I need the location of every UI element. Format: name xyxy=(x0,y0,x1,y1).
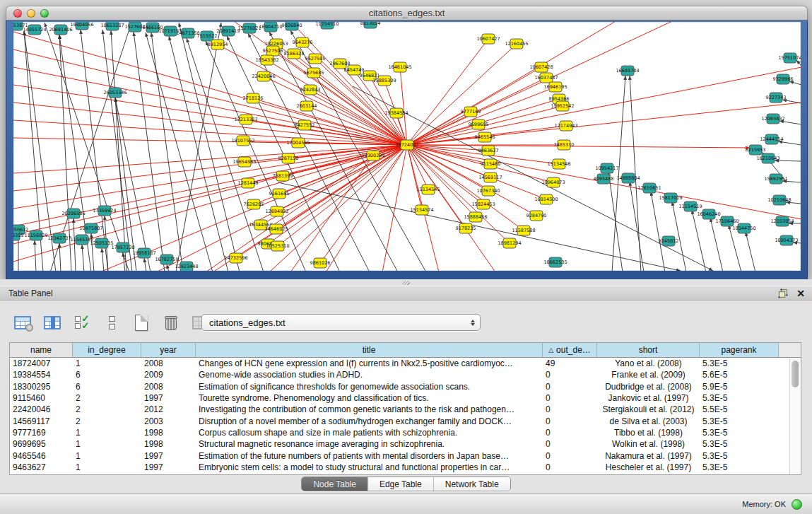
zoom-window-button[interactable] xyxy=(40,9,49,18)
graph-node[interactable]: 17106460 xyxy=(715,216,739,226)
column-header-year[interactable]: year xyxy=(141,343,196,357)
graph-node[interactable]: 9861026 xyxy=(310,258,331,268)
new-document-icon[interactable] xyxy=(131,313,151,332)
graph-node[interactable]: 8267150 xyxy=(278,153,299,163)
graph-node[interactable]: 10975887 xyxy=(79,223,102,233)
table-row[interactable]: 2242004622012Investigating the contribut… xyxy=(10,404,801,415)
graph-node[interactable]: 18543382 xyxy=(255,55,278,65)
table-row[interactable]: 1456911722003Disruption of a novel membe… xyxy=(10,415,801,426)
close-window-button[interactable] xyxy=(13,9,22,18)
graph-node[interactable]: 19958187 xyxy=(132,248,155,258)
graph-node[interactable]: 10653287 xyxy=(100,22,124,30)
graph-node[interactable]: 5675685 xyxy=(304,68,324,78)
graph-node[interactable]: 7485310 xyxy=(554,140,575,150)
table-settings-icon[interactable] xyxy=(13,313,33,332)
tab-node-table[interactable]: Node Table xyxy=(302,477,368,491)
table-row[interactable]: 946362711997Embryonic stem cells: a mode… xyxy=(10,462,801,473)
graph-node[interactable]: 9242843 xyxy=(300,85,321,95)
citation-network-graph[interactable]: 2055387114055724206914061940405610653287… xyxy=(13,22,801,271)
panel-divider[interactable] xyxy=(0,279,812,286)
graph-node[interactable]: 10210648 xyxy=(767,195,791,205)
graph-node[interactable]: 17359924 xyxy=(93,206,116,216)
graph-node[interactable]: 18544750 xyxy=(732,223,755,233)
graph-node[interactable]: 9806840 xyxy=(282,22,302,30)
graph-node[interactable]: 10662535 xyxy=(543,257,567,267)
column-header-name[interactable]: name xyxy=(10,343,73,357)
graph-node[interactable]: 16046240 xyxy=(697,209,720,219)
table-row[interactable]: 1872400712008Changes of HCN gene express… xyxy=(10,358,801,369)
graph-node[interactable]: 4095488 xyxy=(594,174,614,184)
graph-node[interactable]: 11154519 xyxy=(678,201,702,211)
graph-node[interactable]: 16904710 xyxy=(259,22,282,32)
graph-node[interactable]: 18107552 xyxy=(231,136,254,146)
graph-node[interactable]: 7626205 xyxy=(244,199,264,209)
trash-icon[interactable] xyxy=(161,313,181,332)
graph-node[interactable]: 10767340 xyxy=(476,186,500,196)
graph-node[interactable]: 15134574 xyxy=(410,205,433,215)
graph-node[interactable]: 15134545 xyxy=(416,185,440,194)
table-row[interactable]: 911546021997Tourette syndrome. Phenomeno… xyxy=(10,392,801,404)
graph-node[interactable]: 8186328 xyxy=(284,49,305,59)
graph-node[interactable]: 12160455 xyxy=(505,39,528,49)
graph-node[interactable]: 12103054 xyxy=(770,216,794,226)
graph-node[interactable]: 11587588 xyxy=(512,226,535,235)
graph-node[interactable]: 9227343 xyxy=(766,93,787,103)
stacked-boxes-icon[interactable] xyxy=(102,313,122,332)
graph-node[interactable]: 11254510 xyxy=(315,22,339,29)
tab-network-table[interactable]: Network Table xyxy=(434,477,510,491)
table-row[interactable]: 1830029562008Estimation of significance … xyxy=(10,381,801,392)
graph-node[interactable]: 15276021 xyxy=(237,23,261,33)
scrollbar-thumb[interactable] xyxy=(792,361,799,387)
graph-node[interactable]: 10607427 xyxy=(476,34,500,44)
table-row[interactable]: 977716911998Corpus callosum shape and si… xyxy=(10,427,801,438)
divider-grip-icon[interactable] xyxy=(402,281,410,285)
graph-node[interactable]: 19654985 xyxy=(233,157,256,167)
table-scrollbar[interactable] xyxy=(789,358,800,474)
graph-node[interactable]: 17957230 xyxy=(111,243,134,252)
graph-node[interactable]: 9465546 xyxy=(475,132,495,142)
close-panel-icon[interactable]: ✕ xyxy=(796,288,805,298)
minimize-window-button[interactable] xyxy=(27,9,35,18)
table-row[interactable]: 946554611997Estimation of the future num… xyxy=(10,450,801,461)
graph-node[interactable]: 16648784 xyxy=(616,66,639,76)
graph-node[interactable]: 8813054 xyxy=(360,22,381,28)
graph-node[interactable]: 9329966 xyxy=(773,74,794,84)
graph-node[interactable]: 2718126 xyxy=(243,93,264,103)
network-canvas[interactable]: 2055387114055724206914061940405610653287… xyxy=(13,22,801,271)
graph-node[interactable]: 18981294 xyxy=(498,238,521,248)
graph-node[interactable]: 16037487 xyxy=(534,73,558,83)
graph-node[interactable]: 20206586 xyxy=(61,209,85,218)
column-header-in_degree[interactable]: in_degree xyxy=(73,343,141,357)
graph-node[interactable]: 15692951 xyxy=(764,174,787,184)
graph-node[interactable]: 15817019 xyxy=(659,193,682,203)
graph-node[interactable]: 14732596 xyxy=(224,253,247,263)
graph-node[interactable]: 14988804 xyxy=(616,173,640,183)
graph-node[interactable]: 12444154 xyxy=(760,134,783,144)
graph-node[interactable]: 15134546 xyxy=(547,159,570,169)
graph-node[interactable]: 9284790 xyxy=(526,211,547,221)
graph-node[interactable]: 17004565 xyxy=(286,138,310,148)
graph-node[interactable]: 10607428 xyxy=(529,62,553,72)
column-header-out_de[interactable]: △out_de… xyxy=(543,343,597,357)
column-visibility-icon[interactable] xyxy=(42,313,62,332)
graph-node[interactable]: 2603144 xyxy=(297,101,317,111)
column-header-title[interactable]: title xyxy=(196,343,543,357)
graph-node[interactable]: 12093832 xyxy=(761,114,784,124)
column-header-pagerank[interactable]: pagerank xyxy=(700,343,779,357)
window-titlebar[interactable]: citations_edges.txt xyxy=(6,6,808,21)
tab-edge-table[interactable]: Edge Table xyxy=(368,477,434,491)
graph-node[interactable]: 12174943 xyxy=(554,121,577,131)
row-selection-icon[interactable]: ✓ ✓ xyxy=(72,313,92,332)
graph-node[interactable]: 10954217 xyxy=(595,163,618,173)
graph-node[interactable]: 12213383 xyxy=(234,115,257,124)
table-row[interactable]: 969969511998Structural magnetic resonanc… xyxy=(10,438,801,450)
graph-node[interactable]: 15888456 xyxy=(464,212,487,222)
graph-node[interactable]: 15824453 xyxy=(471,199,495,209)
graph-node[interactable]: 16954373 xyxy=(775,235,798,245)
graph-node[interactable]: 10964073 xyxy=(541,177,565,187)
graph-node[interactable]: 16461045 xyxy=(388,62,411,72)
table-row[interactable]: 1938455462009Genome-wide association stu… xyxy=(10,369,801,380)
table-select-dropdown[interactable]: citations_edges.txt xyxy=(201,314,481,331)
graph-node[interactable]: 12923448 xyxy=(175,262,198,271)
graph-node[interactable]: 12610651 xyxy=(637,183,661,193)
